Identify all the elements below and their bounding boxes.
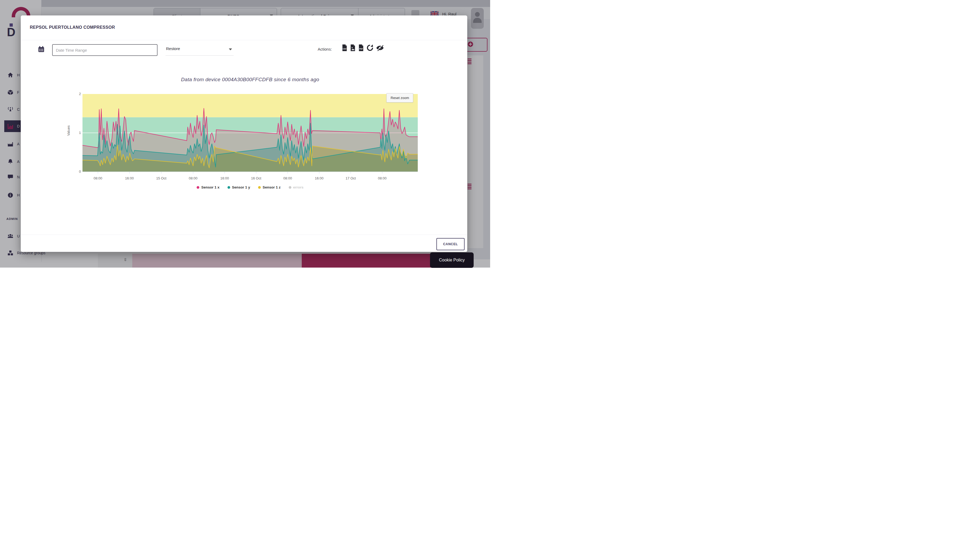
y-tick-label: 0 — [79, 170, 81, 174]
chart-plot[interactable] — [83, 94, 418, 174]
legend-marker — [228, 186, 230, 189]
x-tick-label: 15 Oct — [156, 176, 166, 180]
date-range-input[interactable] — [52, 44, 158, 56]
x-tick-label: 08:00 — [94, 176, 102, 180]
svg-text:CSV: CSV — [343, 48, 347, 50]
legend-label: Sensor 1 y — [232, 185, 250, 189]
redo-icon[interactable] — [366, 44, 374, 51]
legend-label: Sensor 1 z — [262, 185, 281, 189]
restore-select[interactable]: Restore — [165, 44, 234, 56]
y-tick-label: 1 — [79, 131, 81, 135]
y-axis-labels: 012 — [75, 94, 81, 172]
modal-title: REPSOL PUERTOLLANO COMPRESSOR — [30, 25, 115, 30]
chart-legend: Sensor 1 xSensor 1 ySensor 1 zerrors — [83, 185, 418, 189]
x-tick-label: 08:00 — [378, 176, 387, 180]
legend-label: errors — [293, 185, 304, 189]
plot-band — [83, 94, 418, 118]
modal: REPSOL PUERTOLLANO COMPRESSOR Restore Ac… — [21, 16, 467, 252]
chart-svg — [83, 94, 418, 174]
actions-label: Actions: — [318, 47, 332, 51]
x-axis-labels: 08:0016:0015 Oct08:0016:0016 Oct08:0016:… — [83, 176, 418, 182]
x-tick-label: 16:00 — [125, 176, 134, 180]
cancel-button[interactable]: CANCEL — [436, 238, 465, 250]
restore-value: Restore — [166, 46, 180, 51]
svg-text:PDF: PDF — [359, 48, 363, 50]
legend-marker — [258, 186, 261, 189]
modal-footer-divider — [21, 234, 467, 235]
chart-title: Data from device 0004A30B00FFCDFB since … — [83, 76, 418, 83]
cookie-policy-label: Cookie Policy — [439, 258, 465, 263]
chevron-down-icon — [229, 48, 232, 50]
legend-item-sensor-1-z[interactable]: Sensor 1 z — [258, 185, 281, 189]
legend-item-sensor-1-y[interactable]: Sensor 1 y — [228, 185, 250, 189]
calendar-icon[interactable] — [38, 46, 45, 53]
y-axis-title: Values — [67, 125, 70, 136]
reset-zoom-button[interactable]: Reset zoom — [387, 93, 413, 102]
legend-marker — [197, 186, 199, 189]
legend-item-errors[interactable]: errors — [289, 185, 304, 189]
file-image-icon[interactable] — [350, 44, 356, 51]
modal-header-divider — [21, 40, 467, 40]
file-csv-icon[interactable]: CSV — [342, 44, 347, 51]
cookie-policy-banner[interactable]: Cookie Policy — [430, 252, 474, 268]
eye-slash-icon[interactable] — [376, 45, 384, 51]
legend-item-sensor-1-x[interactable]: Sensor 1 x — [197, 185, 219, 189]
x-tick-label: 16:00 — [315, 176, 324, 180]
page-root: Client FAIRS International Fairs Adminis… — [0, 0, 490, 272]
x-tick-label: 08:00 — [283, 176, 292, 180]
legend-label: Sensor 1 x — [201, 185, 219, 189]
x-tick-label: 16:00 — [220, 176, 229, 180]
legend-marker — [289, 186, 291, 189]
x-tick-label: 08:00 — [189, 176, 198, 180]
actions-toolbar: CSV PDF — [342, 44, 384, 51]
y-tick-label: 2 — [79, 92, 81, 96]
x-tick-label: 16 Oct — [251, 176, 261, 180]
x-tick-label: 17 Oct — [346, 176, 356, 180]
file-pdf-icon[interactable]: PDF — [358, 44, 364, 51]
